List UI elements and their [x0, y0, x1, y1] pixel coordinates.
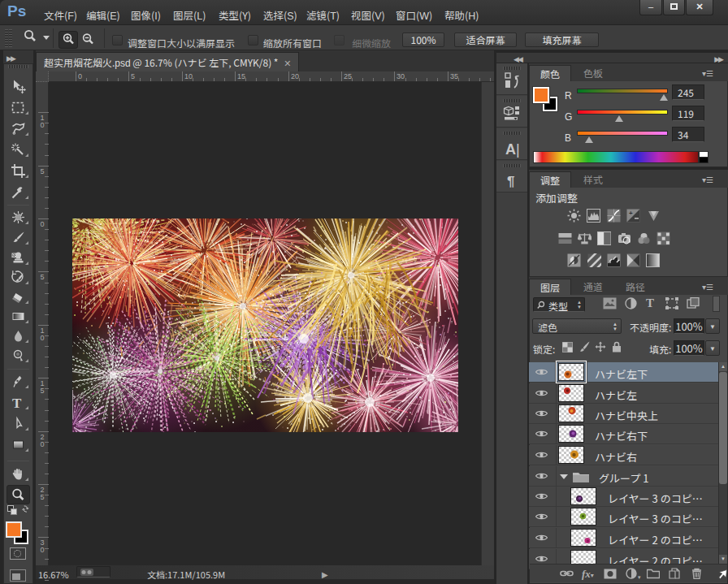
svg-text:+: + — [629, 209, 633, 217]
